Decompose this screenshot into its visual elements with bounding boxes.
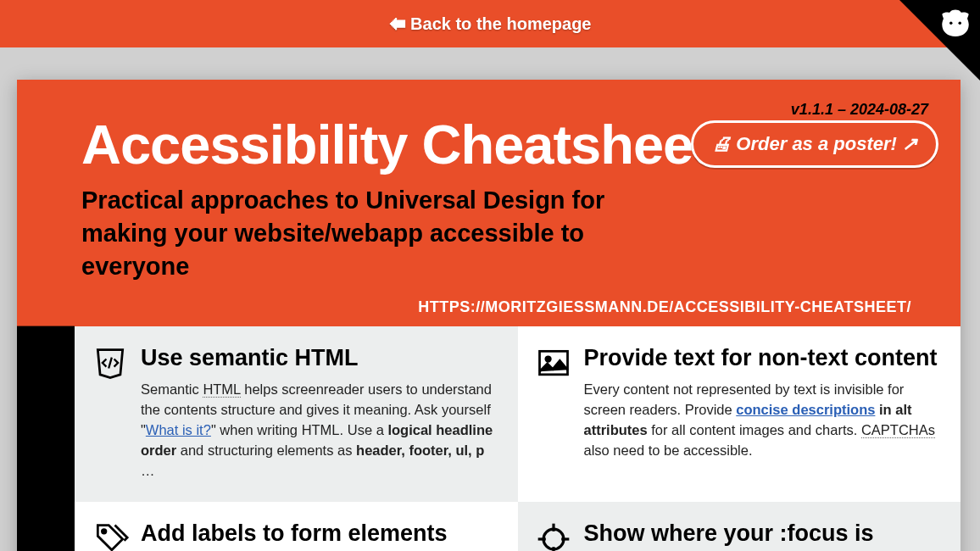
crosshair-icon <box>535 520 572 551</box>
source-url: HTTPS://MORITZGIESSMANN.DE/ACCESSIBILITY… <box>81 283 927 326</box>
card-body: Every content not represented by text is… <box>584 380 944 461</box>
card-alt-text: Provide text for non-text content Every … <box>518 326 961 502</box>
card-form-labels: Add labels to form elements Form input e… <box>75 502 518 551</box>
card-focus: Show where your :focus is Navigating by … <box>518 502 961 551</box>
card-title: Show where your :focus is <box>584 520 944 547</box>
github-cat-icon[interactable] <box>938 7 973 46</box>
image-icon <box>535 345 572 386</box>
svg-point-5 <box>543 529 564 549</box>
version-label: v1.1.1 – 2024-08-27 <box>791 101 928 119</box>
tips-grid: bility Use semantic HTML Semantic HTML h… <box>17 326 961 551</box>
card-title: Provide text for non-text content <box>584 345 944 371</box>
card-title: Use semantic HTML <box>141 345 501 371</box>
top-bar: 🡄 Back to the homepage <box>0 0 980 47</box>
svg-point-0 <box>949 22 953 25</box>
side-category-label: bility <box>17 326 75 551</box>
page-subtitle: Practical approaches to Universal Design… <box>81 184 692 283</box>
code-icon <box>92 345 129 386</box>
cheatsheet-card: v1.1.1 – 2024-08-27 Accessibility Cheats… <box>17 80 961 551</box>
card-title: Add labels to form elements <box>141 520 501 547</box>
svg-point-4 <box>102 530 106 534</box>
order-poster-button[interactable]: 🖨 Order as a poster! ↗ <box>691 120 938 168</box>
svg-point-3 <box>545 357 550 362</box>
card-body: Semantic HTML helps screenreader users t… <box>141 380 501 481</box>
svg-point-1 <box>959 22 962 25</box>
tags-icon <box>92 520 129 551</box>
card-semantic-html: Use semantic HTML Semantic HTML helps sc… <box>75 326 518 502</box>
hero-section: v1.1.1 – 2024-08-27 Accessibility Cheats… <box>17 80 961 326</box>
back-to-homepage-link[interactable]: 🡄 Back to the homepage <box>389 14 592 34</box>
